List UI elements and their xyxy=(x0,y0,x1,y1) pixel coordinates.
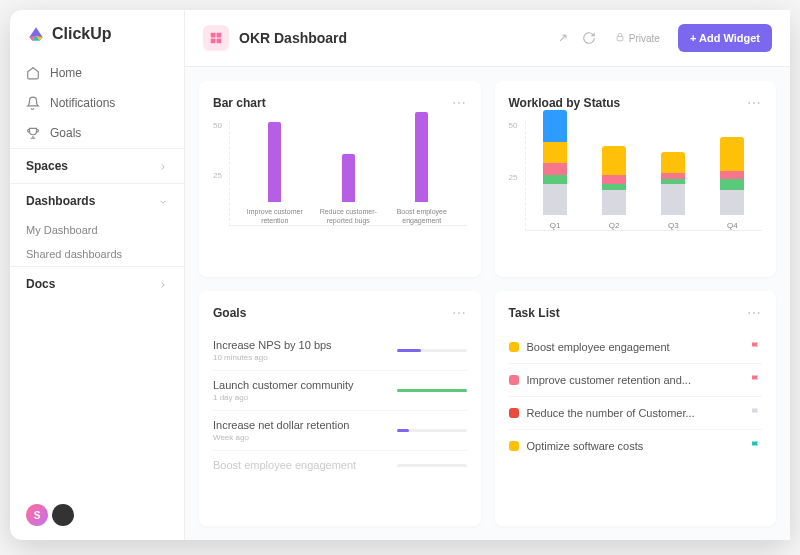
goal-time: Week ago xyxy=(213,433,387,442)
segment xyxy=(720,137,744,171)
task-item[interactable]: Boost employee engagement xyxy=(509,331,763,364)
task-item[interactable]: Optimize software costs xyxy=(509,430,763,462)
more-icon[interactable]: ⋯ xyxy=(452,95,467,111)
segment xyxy=(602,146,626,175)
y-tick: 50 xyxy=(509,121,518,130)
section-dashboards[interactable]: Dashboards xyxy=(10,183,184,218)
segment xyxy=(543,175,567,183)
segment xyxy=(602,175,626,183)
nav-goals[interactable]: Goals xyxy=(10,118,184,148)
task-label: Improve customer retention and... xyxy=(527,374,743,386)
content-grid: Bar chart ⋯ 50 25 Improve customer reten… xyxy=(185,67,790,540)
main: OKR Dashboard Private + Add Widget Bar c… xyxy=(185,10,790,540)
stacked-column: Q3 xyxy=(648,152,698,230)
stacked-bar xyxy=(602,146,626,215)
goal-item[interactable]: Boost employee engagement xyxy=(213,451,467,481)
expand-icon[interactable] xyxy=(555,30,571,46)
trophy-icon xyxy=(26,126,40,140)
stacked-bar xyxy=(720,137,744,215)
stacked-bar xyxy=(661,152,685,215)
segment xyxy=(543,142,567,163)
privacy-label: Private xyxy=(629,33,660,44)
nav-notifications[interactable]: Notifications xyxy=(10,88,184,118)
progress-bar xyxy=(397,429,410,432)
segment xyxy=(720,179,744,190)
bar-label: Q2 xyxy=(609,221,620,230)
chevron-right-icon xyxy=(158,161,168,171)
bar-label: Improve customer retention xyxy=(245,208,305,225)
svg-rect-2 xyxy=(211,39,216,44)
card-bar-chart: Bar chart ⋯ 50 25 Improve customer reten… xyxy=(199,81,481,277)
svg-rect-1 xyxy=(217,33,222,38)
nav-label: Notifications xyxy=(50,96,115,110)
goal-title: Boost employee engagement xyxy=(213,459,387,471)
tasks-list: Boost employee engagementImprove custome… xyxy=(509,331,763,462)
app-window: ClickUp Home Notifications Goals Spaces … xyxy=(10,10,790,540)
goal-item[interactable]: Launch customer community1 day ago xyxy=(213,371,467,411)
flag-icon xyxy=(750,374,762,386)
svg-rect-4 xyxy=(617,37,623,41)
flag-icon xyxy=(750,407,762,419)
dashboard-icon xyxy=(203,25,229,51)
avatar[interactable]: S xyxy=(26,504,48,526)
progress-bar xyxy=(397,349,422,352)
home-icon xyxy=(26,66,40,80)
goal-title: Increase net dollar retention xyxy=(213,419,387,431)
chevron-down-icon xyxy=(158,196,168,206)
card-title: Goals xyxy=(213,306,246,320)
avatar[interactable] xyxy=(52,504,74,526)
status-dot xyxy=(509,342,519,352)
page-title: OKR Dashboard xyxy=(239,30,545,46)
chevron-right-icon xyxy=(158,279,168,289)
flag-icon xyxy=(750,341,762,353)
stacked-chart: 50 25 Q1Q2Q3Q4 xyxy=(509,121,763,263)
section-label: Docs xyxy=(26,277,55,291)
goal-title: Increase NPS by 10 bps xyxy=(213,339,387,351)
sidebar-item-my-dashboard[interactable]: My Dashboard xyxy=(10,218,184,242)
refresh-icon[interactable] xyxy=(581,30,597,46)
segment xyxy=(543,110,567,142)
section-spaces[interactable]: Spaces xyxy=(10,148,184,183)
sidebar-footer: S xyxy=(10,504,184,526)
clickup-logo-icon xyxy=(26,24,46,44)
more-icon[interactable]: ⋯ xyxy=(747,305,762,321)
add-widget-button[interactable]: + Add Widget xyxy=(678,24,772,52)
bar-label: Q3 xyxy=(668,221,679,230)
goal-progress xyxy=(397,429,467,432)
card-goals: Goals ⋯ Increase NPS by 10 bps10 minutes… xyxy=(199,291,481,527)
nav-label: Home xyxy=(50,66,82,80)
card-title: Task List xyxy=(509,306,560,320)
more-icon[interactable]: ⋯ xyxy=(747,95,762,111)
logo-text: ClickUp xyxy=(52,25,112,43)
logo[interactable]: ClickUp xyxy=(10,24,184,58)
goal-item[interactable]: Increase net dollar retentionWeek ago xyxy=(213,411,467,451)
status-dot xyxy=(509,375,519,385)
task-label: Reduce the number of Customer... xyxy=(527,407,743,419)
bar xyxy=(415,112,428,202)
card-tasks: Task List ⋯ Boost employee engagementImp… xyxy=(495,291,777,527)
bar-column: Boost employee engagement xyxy=(392,112,452,225)
stacked-bar xyxy=(543,110,567,215)
goal-time: 10 minutes ago xyxy=(213,353,387,362)
flag-icon xyxy=(750,440,762,452)
bar-column: Reduce customer-reported bugs xyxy=(318,154,378,225)
header: OKR Dashboard Private + Add Widget xyxy=(185,10,790,67)
goal-time: 1 day ago xyxy=(213,393,387,402)
stacked-column: Q2 xyxy=(589,146,639,230)
task-item[interactable]: Improve customer retention and... xyxy=(509,364,763,397)
nav-home[interactable]: Home xyxy=(10,58,184,88)
section-label: Dashboards xyxy=(26,194,95,208)
goal-progress xyxy=(397,464,467,467)
goal-progress xyxy=(397,349,467,352)
sidebar: ClickUp Home Notifications Goals Spaces … xyxy=(10,10,185,540)
more-icon[interactable]: ⋯ xyxy=(452,305,467,321)
sidebar-item-shared-dashboards[interactable]: Shared dashboards xyxy=(10,242,184,266)
goal-item[interactable]: Increase NPS by 10 bps10 minutes ago xyxy=(213,331,467,371)
segment xyxy=(543,184,567,216)
y-tick: 50 xyxy=(213,121,222,130)
segment xyxy=(661,152,685,173)
segment xyxy=(543,163,567,176)
privacy-indicator[interactable]: Private xyxy=(615,32,660,44)
section-docs[interactable]: Docs xyxy=(10,266,184,301)
task-item[interactable]: Reduce the number of Customer... xyxy=(509,397,763,430)
